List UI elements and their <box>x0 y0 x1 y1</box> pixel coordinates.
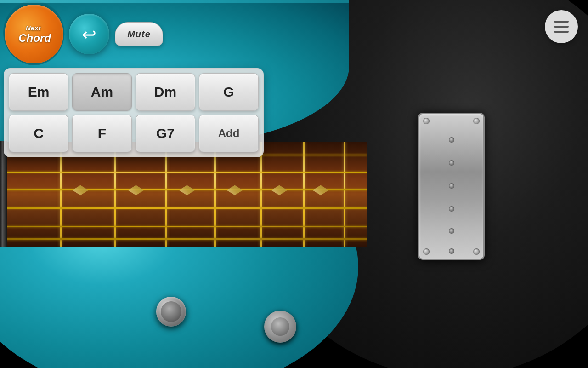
chord-row-2: C F G7 Add <box>9 115 259 152</box>
fret-marker-1 <box>73 185 89 196</box>
top-controls: Next Chord ↩ Mute <box>0 0 168 68</box>
string-4 <box>0 207 368 209</box>
fret-marker-5 <box>271 185 288 196</box>
pickup-pole-6 <box>449 248 454 254</box>
fret-marker-4 <box>227 185 243 196</box>
chord-button-g7[interactable]: G7 <box>136 115 195 152</box>
chord-button-g[interactable]: G <box>199 73 259 111</box>
back-button[interactable]: ↩ <box>69 14 109 54</box>
next-chord-line1: Next <box>26 24 41 32</box>
fret-line-3 <box>165 142 167 247</box>
guitar-nut <box>0 141 7 247</box>
string-6 <box>0 238 368 240</box>
string-2 <box>0 172 368 172</box>
mute-button[interactable]: Mute <box>115 22 163 46</box>
pickup-pole-4 <box>449 206 454 212</box>
tuning-peg-1 <box>156 297 186 327</box>
next-chord-button[interactable]: Next Chord <box>1 1 68 68</box>
fret-line-2 <box>114 142 116 247</box>
fret-line-5 <box>260 142 262 247</box>
pickup-pole-2 <box>449 160 454 166</box>
pickup-screw-tl <box>423 118 430 124</box>
back-arrow-icon: ↩ <box>82 26 96 43</box>
chord-row-1: Em Am Dm G <box>9 73 259 111</box>
chord-button-dm[interactable]: Dm <box>136 73 195 111</box>
pickup-screw-tr <box>473 118 480 124</box>
pickup-pole-3 <box>449 183 454 189</box>
fretboard[interactable] <box>0 142 368 247</box>
pickup-screw-bl <box>423 248 430 255</box>
chord-button-c[interactable]: C <box>9 115 68 152</box>
fret-marker-3 <box>179 185 195 196</box>
pickup-pole-5 <box>449 228 454 234</box>
chord-panel: Em Am Dm G C F G7 Add <box>4 68 264 157</box>
menu-line-2 <box>554 26 569 28</box>
string-5 <box>0 226 368 227</box>
menu-button[interactable] <box>545 10 578 43</box>
fret-line-1 <box>60 142 62 247</box>
next-chord-line2: Chord <box>18 31 51 44</box>
fret-line-6 <box>303 142 305 247</box>
menu-line-3 <box>554 31 569 33</box>
mute-label: Mute <box>127 29 151 39</box>
output-jack <box>264 310 296 343</box>
pickup-pole-1 <box>449 137 454 143</box>
guitar-pickup <box>418 113 485 260</box>
chord-button-f[interactable]: F <box>72 115 132 152</box>
pickup-screw-br <box>473 248 480 255</box>
fret-marker-6 <box>313 185 329 196</box>
fret-line-4 <box>214 142 216 247</box>
chord-button-add[interactable]: Add <box>199 115 259 152</box>
menu-line-1 <box>554 21 569 23</box>
fret-line-7 <box>344 142 345 247</box>
chord-button-am[interactable]: Am <box>72 73 132 111</box>
fret-marker-2 <box>128 185 144 196</box>
chord-button-em[interactable]: Em <box>9 73 68 111</box>
